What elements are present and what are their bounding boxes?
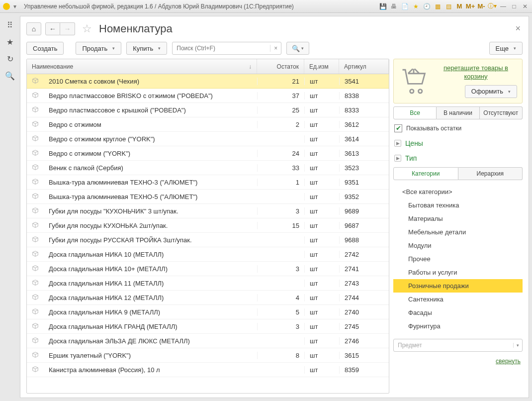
dropdown-icon[interactable]: ▾: [11, 2, 19, 10]
filter-tab[interactable]: Все: [393, 106, 437, 119]
item-article: 3615: [339, 352, 389, 359]
search-button[interactable]: 🔍▾: [286, 42, 309, 55]
table-row[interactable]: Доска гладильная НИКА 10 (МЕТАЛЛ)шт2742: [27, 247, 389, 262]
back-button[interactable]: ←: [45, 22, 60, 35]
memory-m-plus[interactable]: M+: [466, 2, 474, 10]
table-row[interactable]: Губки для посуды "КУХОНЬЧИК" 3 шт/упак.3…: [27, 204, 389, 218]
maximize-icon[interactable]: □: [510, 2, 518, 10]
save-icon[interactable]: 💾: [379, 2, 387, 10]
col-name[interactable]: Наименование↓: [27, 59, 257, 74]
item-article: 2742: [339, 251, 389, 258]
category-item[interactable]: Материалы: [393, 212, 523, 225]
table-row[interactable]: Ведро с отжимом круглое ("YORK")шт3614: [27, 132, 389, 146]
table-row[interactable]: 2010 Сметка с совком (Чехия)21шт3541: [27, 74, 389, 89]
item-name: Доска гладильная НИКА 12 (МЕТАЛЛ): [44, 294, 257, 301]
table-row[interactable]: Доска гладильная НИКА 12 (МЕТАЛЛ)4шт2744: [27, 291, 389, 305]
filter-tab[interactable]: Отсутствуют: [480, 106, 523, 119]
category-item[interactable]: <Все категории>: [393, 185, 523, 199]
category-item[interactable]: Прочее: [393, 252, 523, 266]
item-unit: шт: [304, 280, 339, 287]
filter-tab[interactable]: В наличии: [437, 106, 479, 119]
table-row[interactable]: Доска гладильная НИКА ГРАНД (МЕТАЛЛ)3шт2…: [27, 319, 389, 334]
category-item[interactable]: Бытовая техника: [393, 199, 523, 212]
apps-icon[interactable]: ⠿: [5, 20, 15, 30]
favorite-toggle-icon[interactable]: ☆: [82, 22, 92, 35]
cart-dropzone[interactable]: перетащите товары в корзину Оформить: [393, 59, 523, 103]
star-icon[interactable]: ★: [5, 37, 15, 47]
minimize-icon[interactable]: —: [499, 2, 507, 10]
item-name: Доска гладильная НИКА 9 (МЕТАЛЛ): [44, 308, 257, 316]
table-row[interactable]: Ведро пластмассовое BRISKO с отжимом ("P…: [27, 89, 389, 103]
item-unit: шт: [304, 236, 339, 244]
table-row[interactable]: Вышка-тура алюминиевая ТЕХНО-5 ("АЛЮМЕТ"…: [27, 190, 389, 204]
category-item[interactable]: Модули: [393, 239, 523, 252]
category-item[interactable]: Фурнитура: [393, 319, 523, 333]
calendar-icon[interactable]: ▤: [444, 2, 452, 10]
item-qty: 25: [257, 106, 304, 114]
category-item[interactable]: Фасады: [393, 306, 523, 319]
table-row[interactable]: Канистра алюминевая (Россия), 10 лшт8359: [27, 363, 389, 377]
view-tab[interactable]: Иерархия: [458, 167, 523, 180]
doc-icon[interactable]: 📄: [401, 2, 409, 10]
item-article: 2741: [339, 265, 389, 273]
category-item[interactable]: Розничные продажи: [393, 279, 523, 293]
search-section-icon[interactable]: 🔍: [5, 71, 15, 81]
history-icon[interactable]: ↻: [5, 54, 15, 64]
table-row[interactable]: Доска гладильная ЭЛЬЗА ДЕ ЛЮКС (МЕТАЛЛ)ш…: [27, 334, 389, 348]
prices-expander[interactable]: ▶Цены: [393, 137, 523, 149]
item-qty: 33: [257, 164, 304, 172]
forward-button[interactable]: →: [60, 22, 75, 35]
col-article[interactable]: Артикул: [339, 59, 389, 74]
subject-combo[interactable]: Предмет: [393, 339, 523, 352]
search-input[interactable]: [173, 45, 270, 52]
cart-hint-link[interactable]: перетащите товары в корзину: [443, 64, 508, 80]
category-item[interactable]: Мебельные детали: [393, 225, 523, 239]
history-icon[interactable]: 🕘: [423, 2, 431, 10]
col-qty[interactable]: Остаток: [257, 59, 304, 74]
table-row[interactable]: Доска гладильная НИКА 10+ (МЕТАЛЛ)3шт274…: [27, 262, 389, 276]
item-unit: шт: [304, 323, 339, 330]
memory-m[interactable]: M: [455, 2, 463, 10]
item-icon: [27, 92, 44, 100]
info-icon[interactable]: ⓘ▾: [488, 2, 496, 10]
category-item[interactable]: Сантехника: [393, 293, 523, 306]
table-row[interactable]: Доска гладильная НИКА 11 (МЕТАЛЛ)шт2743: [27, 276, 389, 291]
table-row[interactable]: Ведро с отжимом2шт3612: [27, 117, 389, 132]
collapse-link[interactable]: свернуть: [496, 358, 521, 365]
view-tab[interactable]: Категории: [393, 167, 458, 180]
sell-button[interactable]: Продать: [76, 42, 121, 55]
show-qty-checkbox[interactable]: ✔: [394, 124, 402, 132]
type-expander[interactable]: ▶Тип: [393, 152, 523, 164]
item-unit: шт: [304, 92, 339, 100]
more-button[interactable]: Еще: [489, 42, 523, 55]
table-row[interactable]: Вышка-тура алюминиевая ТЕХНО-3 ("АЛЮМЕТ"…: [27, 175, 389, 190]
create-button[interactable]: Создать: [26, 42, 64, 55]
close-page-button[interactable]: ×: [513, 21, 523, 36]
table-row[interactable]: Доска гладильная НИКА 9 (МЕТАЛЛ)5шт2740: [27, 305, 389, 319]
buy-button[interactable]: Купить: [126, 42, 167, 55]
checkout-button[interactable]: Оформить: [465, 85, 517, 98]
item-name: Ведро пластмассовое BRISKO с отжимом ("P…: [44, 92, 257, 100]
table-row[interactable]: Веник с палкой (Сербия)33шт3523: [27, 161, 389, 175]
table-row[interactable]: Ведро пластмассовое с крышкой ("POBEDA")…: [27, 103, 389, 117]
item-unit: шт: [304, 294, 339, 301]
window-close-icon[interactable]: ✕: [521, 2, 529, 10]
print-icon[interactable]: 🖶: [390, 2, 398, 10]
item-icon: [27, 77, 44, 86]
clear-search-button[interactable]: ×: [270, 45, 281, 52]
table-row[interactable]: Ведро с отжимом ("YORK")24шт3613: [27, 146, 389, 161]
table-row[interactable]: Ершик туалетный ("YORK")8шт3615: [27, 348, 389, 363]
item-name: Ершик туалетный ("YORK"): [44, 352, 257, 359]
category-item[interactable]: Работы и услуги: [393, 266, 523, 279]
col-unit[interactable]: Ед.изм: [304, 59, 339, 74]
item-qty: 1: [257, 179, 304, 186]
memory-m-minus[interactable]: M-: [477, 2, 485, 10]
item-unit: шт: [304, 366, 339, 374]
home-button[interactable]: ⌂: [26, 22, 41, 35]
table-row[interactable]: Губки для посуды КУХОНЬКА 2шт/упак.15шт9…: [27, 218, 389, 233]
item-icon: [27, 351, 44, 360]
calculator-icon[interactable]: ▦: [434, 2, 442, 10]
table-row[interactable]: Губки для посуды РУССКАЯ ТРОЙКА 3шт/упак…: [27, 233, 389, 247]
favorite-icon[interactable]: ★: [412, 2, 420, 10]
item-qty: 3: [257, 265, 304, 273]
